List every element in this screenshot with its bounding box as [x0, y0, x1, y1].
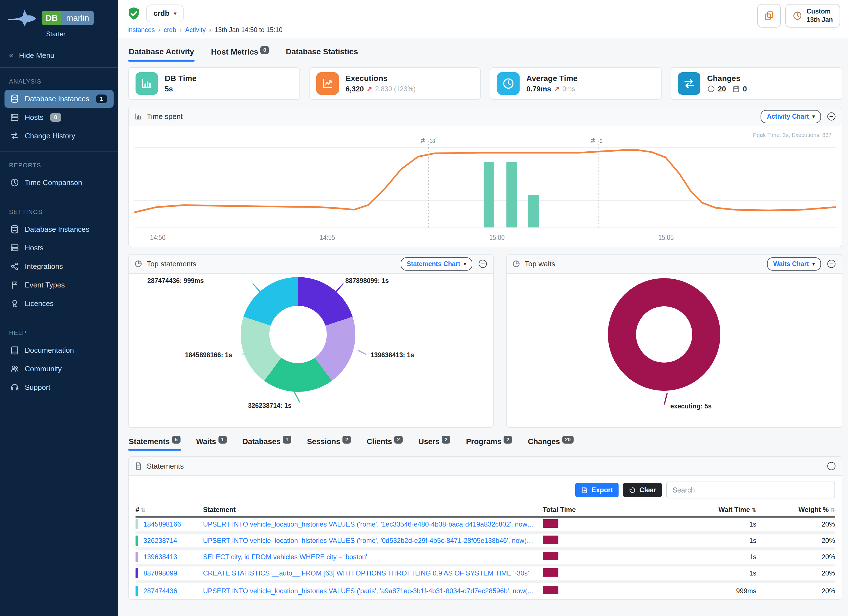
selector-label: Statements Chart — [407, 260, 460, 268]
table-row[interactable]: 326238714 UPSERT INTO vehicle_location_h… — [135, 534, 835, 550]
tab-sessions[interactable]: Sessions2 — [307, 436, 352, 451]
donut-ring[interactable] — [241, 277, 356, 392]
collapse-panel-button[interactable] — [827, 259, 836, 269]
kpi-delta: 2,830 (123%) — [375, 85, 415, 93]
waits-chart-selector[interactable]: Waits Chart ▾ — [767, 257, 821, 270]
time-range-button[interactable]: Custom 13th Jan — [785, 4, 840, 28]
panel-title: Top statements — [147, 260, 196, 268]
sidebar-item-licences[interactable]: Licences — [4, 294, 114, 313]
sidebar-item-database-instances[interactable]: Database Instances — [4, 220, 114, 238]
trend-chart-icon — [316, 72, 339, 95]
statement-link[interactable]: SELECT city, id FROM vehicles WHERE city… — [203, 553, 543, 561]
chevron-down-icon: ▾ — [812, 261, 815, 267]
tab-database-statistics[interactable]: Database Statistics — [285, 44, 359, 62]
brand-wordmark: DB marlin — [42, 11, 93, 25]
panel-title: Time spent — [147, 112, 183, 121]
sidebar-item-support[interactable]: Support — [4, 379, 114, 396]
statement-id-link[interactable]: 139638413 — [144, 553, 177, 561]
sort-icon-active: ⇅ — [752, 507, 756, 513]
health-shield-icon — [127, 7, 141, 20]
waits-donut-chart[interactable]: executing: 5s — [507, 274, 842, 427]
search-input[interactable] — [666, 482, 835, 499]
sidebar-item-hosts[interactable]: Hosts0 — [4, 108, 114, 126]
statement-id-link[interactable]: 326238714 — [144, 537, 177, 545]
sidebar-item-documentation[interactable]: Documentation — [4, 341, 114, 359]
sidebar-item-hosts[interactable]: Hosts — [4, 239, 114, 257]
statement-link[interactable]: UPSERT INTO vehicle_location_histories V… — [203, 587, 543, 595]
clock-icon — [497, 72, 520, 95]
statement-link[interactable]: CREATE STATISTICS __auto__ FROM [63] WIT… — [203, 569, 543, 577]
hide-menu-button[interactable]: « Hide Menu — [0, 44, 118, 68]
statement-id-link[interactable]: 887898099 — [144, 569, 177, 577]
breadcrumb-link[interactable]: Activity — [185, 26, 206, 33]
table-row[interactable]: 887898099 CREATE STATISTICS __auto__ FRO… — [135, 567, 835, 583]
tab-changes[interactable]: Changes20 — [527, 436, 574, 451]
tab-waits[interactable]: Waits1 — [196, 436, 227, 451]
wait-time-value: 1s — [638, 520, 756, 528]
activity-chart-selector[interactable]: Activity Chart ▾ — [761, 110, 821, 123]
col-header-statement[interactable]: Statement — [203, 506, 543, 514]
col-header-total-time[interactable]: Total Time — [543, 506, 638, 514]
kpi-cards: DB Time 5s Executions 6,320 ↗ 2,830 (123… — [128, 67, 842, 100]
breadcrumb-link[interactable]: Instances — [127, 26, 155, 33]
donut-label: executing: 5s — [670, 402, 712, 410]
statement-id-link[interactable]: 1845898166 — [144, 520, 181, 528]
statements-donut-chart[interactable]: 887898099: 1s 139638413: 1s 326238714: 1… — [129, 274, 493, 427]
activity-chart[interactable]: 18214:5014:5515:0015:05 — [134, 133, 836, 245]
selector-label: Activity Chart — [767, 113, 809, 120]
tab-label: Statements — [129, 437, 170, 446]
instance-selector-button[interactable]: crdb ▾ — [146, 4, 184, 22]
export-button[interactable]: Export — [575, 483, 618, 497]
sidebar-item-event-types[interactable]: Event Types — [4, 276, 114, 294]
col-header-wait-time[interactable]: Wait Time⇅ — [638, 506, 756, 514]
tab-clients[interactable]: Clients2 — [366, 436, 403, 451]
sidebar-item-integrations[interactable]: Integrations — [4, 257, 114, 275]
statements-chart-selector[interactable]: Statements Chart ▾ — [401, 257, 472, 270]
collapse-panel-button[interactable] — [827, 112, 836, 121]
table-row[interactable]: 1845898166 UPSERT INTO vehicle_location_… — [135, 518, 835, 534]
sidebar-item-community[interactable]: Community — [4, 360, 114, 378]
statement-link[interactable]: UPSERT INTO vehicle_location_histories V… — [203, 520, 543, 528]
sidebar-item-time-comparison[interactable]: Time Comparison — [4, 174, 114, 191]
breadcrumb-link[interactable]: crdb — [164, 26, 176, 33]
col-header-id[interactable]: #⇅ — [135, 506, 203, 514]
tab-label: Users — [418, 437, 439, 446]
sidebar-item-database-instances[interactable]: Database Instances1 — [4, 90, 114, 108]
sidebar-section-title: ANALYSIS — [9, 78, 109, 85]
tab-programs[interactable]: Programs2 — [466, 436, 513, 451]
sidebar-section-title: SETTINGS — [9, 208, 109, 216]
top-statements-panel: Top statements Statements Chart ▾ 887898… — [128, 254, 494, 428]
kpi-label: Executions — [345, 74, 415, 83]
table-row[interactable]: 287474436 UPSERT INTO vehicle_location_h… — [135, 583, 835, 599]
tab-database-activity[interactable]: Database Activity — [128, 44, 194, 62]
clear-button[interactable]: Clear — [623, 483, 662, 497]
table-row[interactable]: 139638413 SELECT city, id FROM vehicles … — [135, 550, 835, 567]
collapse-sidebar-icon: « — [9, 51, 13, 60]
donut-ring[interactable] — [608, 278, 721, 391]
sidebar-section-title: REPORTS — [9, 162, 109, 169]
label-connector — [252, 283, 263, 295]
swap-icon — [10, 131, 19, 140]
tab-users[interactable]: Users2 — [418, 436, 451, 451]
statements-table-panel: Statements Export Clear — [128, 456, 842, 600]
chevron-down-icon: ▾ — [464, 261, 466, 267]
tab-badge: 1 — [218, 436, 227, 444]
sidebar-nav: ANALYSISDatabase Instances1Hosts0Change … — [0, 68, 118, 402]
tab-label: Programs — [466, 437, 501, 446]
pie-chart-icon — [512, 260, 520, 268]
tab-label: Host Metrics — [211, 47, 258, 56]
col-header-weight[interactable]: Weight %⇅ — [756, 506, 835, 514]
tab-host-metrics[interactable]: Host Metrics0 — [210, 44, 269, 62]
sidebar-item-label: Change History — [25, 132, 75, 140]
copy-link-button[interactable] — [757, 4, 781, 28]
collapse-panel-button[interactable] — [827, 461, 836, 471]
tab-databases[interactable]: Databases1 — [242, 436, 292, 451]
tab-label: Clients — [367, 437, 392, 446]
statement-link[interactable]: UPSERT INTO vehicle_location_histories V… — [203, 537, 543, 545]
tab-label: Sessions — [307, 437, 341, 446]
sidebar-item-change-history[interactable]: Change History — [4, 127, 114, 145]
statement-id-link[interactable]: 287474436 — [144, 587, 177, 595]
tab-statements[interactable]: Statements5 — [128, 436, 181, 451]
collapse-panel-button[interactable] — [478, 259, 488, 269]
breadcrumb-separator: › — [209, 26, 211, 33]
